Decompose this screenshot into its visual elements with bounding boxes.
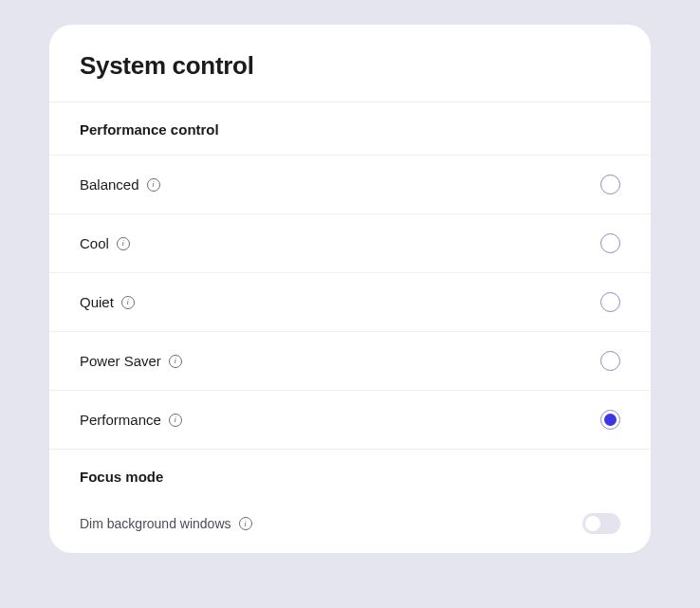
option-label: Performance	[80, 412, 161, 428]
radio-quiet[interactable]	[600, 292, 620, 312]
radio-balanced[interactable]	[600, 175, 620, 194]
option-label-group: Dim background windows i	[80, 516, 252, 531]
dim-background-label: Dim background windows	[80, 516, 231, 531]
option-label: Quiet	[80, 294, 114, 310]
radio-power-saver[interactable]	[600, 351, 620, 371]
performance-option-quiet[interactable]: Quiet i	[49, 272, 651, 331]
option-label-group: Quiet i	[80, 294, 135, 310]
panel-title: System control	[80, 51, 620, 81]
focus-section: Focus mode Dim background windows i	[49, 449, 651, 553]
option-label-group: Cool i	[80, 235, 130, 251]
toggle-knob	[585, 516, 600, 531]
dim-background-toggle[interactable]	[582, 513, 620, 534]
performance-option-performance[interactable]: Performance i	[49, 390, 651, 449]
info-icon[interactable]: i	[239, 517, 252, 530]
system-control-panel: System control Performance control Balan…	[49, 25, 651, 553]
option-label: Cool	[80, 235, 109, 251]
option-label: Balanced	[80, 176, 139, 193]
performance-option-balanced[interactable]: Balanced i	[49, 155, 651, 213]
info-icon[interactable]: i	[121, 296, 135, 309]
info-icon[interactable]: i	[117, 237, 130, 250]
performance-option-cool[interactable]: Cool i	[49, 213, 651, 272]
info-icon[interactable]: i	[169, 355, 182, 368]
performance-section-header: Performance control	[49, 102, 651, 155]
focus-section-title: Focus mode	[80, 469, 620, 485]
option-label-group: Balanced i	[80, 176, 160, 193]
info-icon[interactable]: i	[147, 178, 160, 192]
focus-section-header: Focus mode	[49, 450, 651, 500]
performance-option-power-saver[interactable]: Power Saver i	[49, 331, 651, 390]
panel-header: System control	[49, 25, 651, 102]
option-label: Power Saver	[80, 353, 161, 369]
radio-performance[interactable]	[600, 410, 620, 430]
option-label-group: Power Saver i	[80, 353, 182, 369]
performance-section: Performance control Balanced i Cool i Qu…	[49, 102, 651, 449]
dim-background-row: Dim background windows i	[49, 500, 651, 553]
performance-section-title: Performance control	[80, 121, 620, 138]
option-label-group: Performance i	[80, 412, 182, 428]
info-icon[interactable]: i	[169, 414, 182, 427]
radio-cool[interactable]	[600, 233, 620, 253]
